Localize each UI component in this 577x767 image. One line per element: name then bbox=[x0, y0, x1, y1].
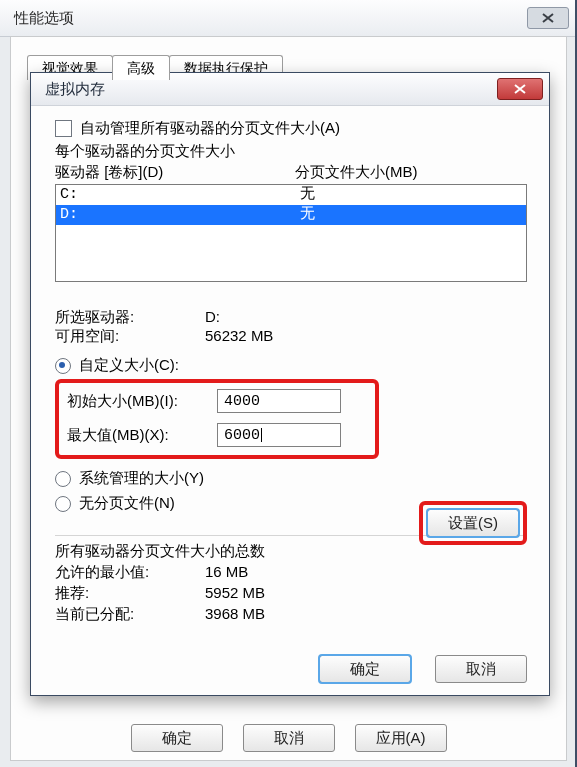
system-managed-label: 系统管理的大小(Y) bbox=[79, 469, 204, 488]
outer-cancel-button[interactable]: 取消 bbox=[243, 724, 335, 752]
text-caret-icon bbox=[261, 428, 262, 442]
selected-drive-value: D: bbox=[205, 308, 220, 327]
min-allowed-value: 16 MB bbox=[205, 563, 248, 582]
no-paging-radio[interactable] bbox=[55, 496, 71, 512]
inner-cancel-button[interactable]: 取消 bbox=[435, 655, 527, 683]
allocated-label: 当前已分配: bbox=[55, 605, 205, 624]
max-size-input[interactable]: 6000 bbox=[217, 423, 341, 447]
set-button-callout: 设置(S) bbox=[419, 501, 527, 545]
custom-size-radio[interactable] bbox=[55, 358, 71, 374]
auto-manage-label: 自动管理所有驱动器的分页文件大小(A) bbox=[80, 119, 340, 138]
outer-close-button[interactable] bbox=[527, 7, 569, 29]
no-paging-label: 无分页文件(N) bbox=[79, 494, 175, 513]
col-size-label: 分页文件大小(MB) bbox=[295, 163, 418, 182]
inner-button-row: 确定 取消 bbox=[319, 655, 527, 683]
selected-drive-label: 所选驱动器: bbox=[55, 308, 205, 327]
recommended-value: 5952 MB bbox=[205, 584, 265, 603]
system-managed-radio-row: 系统管理的大小(Y) bbox=[55, 469, 527, 488]
allocated-value: 3968 MB bbox=[205, 605, 265, 624]
auto-manage-checkbox[interactable] bbox=[55, 120, 72, 137]
col-drive-label: 驱动器 [卷标](D) bbox=[55, 163, 295, 182]
outer-titlebar: 性能选项 bbox=[0, 0, 575, 37]
inner-titlebar: 虚拟内存 bbox=[31, 73, 549, 106]
list-item[interactable]: D: 无 bbox=[56, 205, 526, 225]
system-managed-radio[interactable] bbox=[55, 471, 71, 487]
outer-ok-button[interactable]: 确定 bbox=[131, 724, 223, 752]
per-drive-label: 每个驱动器的分页文件大小 bbox=[55, 142, 527, 161]
initial-size-label: 初始大小(MB)(I): bbox=[67, 392, 217, 411]
max-size-value: 6000 bbox=[224, 427, 260, 444]
drive-letter: C: bbox=[60, 185, 300, 205]
inner-title: 虚拟内存 bbox=[45, 80, 497, 99]
custom-size-callout: 初始大小(MB)(I): 4000 最大值(MB)(X): 6000 bbox=[55, 379, 379, 459]
custom-size-label: 自定义大小(C): bbox=[79, 356, 179, 375]
totals-block: 允许的最小值: 16 MB 推荐: 5952 MB 当前已分配: 3968 MB bbox=[55, 563, 527, 624]
tab-advanced[interactable]: 高级 bbox=[112, 55, 170, 80]
inner-ok-button[interactable]: 确定 bbox=[319, 655, 411, 683]
virtual-memory-dialog: 虚拟内存 自动管理所有驱动器的分页文件大小(A) 每个驱动器的分页文件大小 驱动… bbox=[30, 72, 550, 696]
max-size-label: 最大值(MB)(X): bbox=[67, 426, 217, 445]
drive-listbox[interactable]: C: 无 D: 无 bbox=[55, 184, 527, 282]
list-item[interactable]: C: 无 bbox=[56, 185, 526, 205]
inner-body: 自动管理所有驱动器的分页文件大小(A) 每个驱动器的分页文件大小 驱动器 [卷标… bbox=[55, 119, 527, 683]
initial-size-input[interactable]: 4000 bbox=[217, 389, 341, 413]
outer-button-row: 确定 取消 应用(A) bbox=[11, 724, 566, 752]
min-allowed-label: 允许的最小值: bbox=[55, 563, 205, 582]
drive-size: 无 bbox=[300, 205, 315, 225]
auto-manage-row: 自动管理所有驱动器的分页文件大小(A) bbox=[55, 119, 527, 138]
initial-size-value: 4000 bbox=[224, 393, 260, 410]
selected-drive-info: 所选驱动器: D: 可用空间: 56232 MB bbox=[55, 308, 527, 346]
drive-list-headers: 驱动器 [卷标](D) 分页文件大小(MB) bbox=[55, 163, 527, 182]
inner-close-button[interactable] bbox=[497, 78, 543, 100]
drive-size: 无 bbox=[300, 185, 315, 205]
free-space-label: 可用空间: bbox=[55, 327, 205, 346]
free-space-value: 56232 MB bbox=[205, 327, 273, 346]
drive-letter: D: bbox=[60, 205, 300, 225]
outer-apply-button[interactable]: 应用(A) bbox=[355, 724, 447, 752]
set-button[interactable]: 设置(S) bbox=[427, 509, 519, 537]
outer-title: 性能选项 bbox=[14, 9, 527, 28]
custom-size-radio-row: 自定义大小(C): bbox=[55, 356, 527, 375]
recommended-label: 推荐: bbox=[55, 584, 205, 603]
